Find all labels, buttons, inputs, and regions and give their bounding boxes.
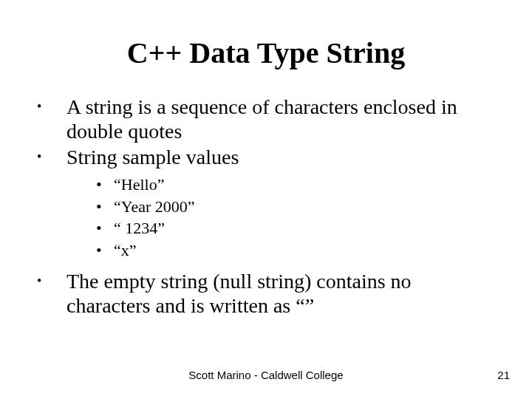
sub-bullet-group: • “Hello” • “Year 2000” • “ 1234” • “x” <box>96 174 495 262</box>
bullet-level1: • A string is a sequence of characters e… <box>37 95 495 143</box>
bullet-icon: • <box>96 239 114 262</box>
slide-title: C++ Data Type String <box>0 35 532 70</box>
bullet-text: “Year 2000” <box>114 196 495 218</box>
bullet-level2: • “x” <box>96 239 495 262</box>
bullet-text: “Hello” <box>114 174 495 196</box>
slide-footer: Scott Marino - Caldwell College 21 <box>0 369 532 381</box>
bullet-level1: • String sample values <box>37 145 495 169</box>
bullet-icon: • <box>37 145 66 169</box>
bullet-icon: • <box>96 196 114 218</box>
bullet-level2: • “Hello” <box>96 174 495 196</box>
bullet-text: The empty string (null string) contains … <box>66 269 495 318</box>
bullet-text: “x” <box>114 239 495 262</box>
bullet-icon: • <box>96 174 114 196</box>
page-number: 21 <box>497 369 510 381</box>
bullet-level1: • The empty string (null string) contain… <box>37 269 495 318</box>
bullet-text: A string is a sequence of characters enc… <box>66 95 495 143</box>
bullet-level2: • “Year 2000” <box>96 196 495 218</box>
bullet-text: “ 1234” <box>114 217 495 239</box>
bullet-icon: • <box>37 95 66 143</box>
bullet-text: String sample values <box>66 145 495 169</box>
bullet-icon: • <box>96 217 114 239</box>
footer-author: Scott Marino - Caldwell College <box>0 369 532 381</box>
bullet-level2: • “ 1234” <box>96 217 495 239</box>
slide-body: • A string is a sequence of characters e… <box>37 95 495 319</box>
slide: C++ Data Type String • A string is a seq… <box>0 0 532 399</box>
bullet-icon: • <box>37 269 66 318</box>
